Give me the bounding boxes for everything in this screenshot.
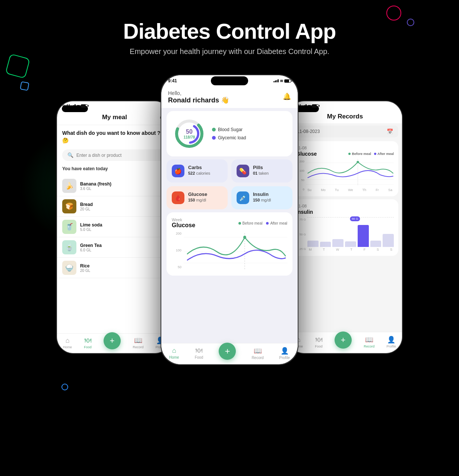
nav-record[interactable]: 📖 Record	[133, 336, 143, 349]
date-text: 11-08-2023	[297, 129, 320, 134]
insulin-days-row: M T W T F S S	[307, 248, 394, 251]
days-row: Su Mo Tu We Th Fr Sa	[306, 188, 394, 192]
chart-area	[184, 233, 287, 270]
insulin-value: 150 mg/dl	[253, 198, 271, 202]
y-200: 200	[172, 232, 181, 235]
insulin-record-card: 11-08 Insulin 75 G 50 G 25 G	[292, 199, 398, 256]
stats-grid: 🍎 Carbs 522 calories 💊 Pills 01 taken 🩸	[167, 159, 292, 209]
right-phone: 9:41 ≋ My Records 11-08-2023	[287, 101, 403, 354]
eaten-section: You have eaten today	[57, 163, 171, 176]
nav-home-label: Home	[63, 345, 72, 349]
record-icon: 📖	[254, 347, 262, 355]
nav-profile[interactable]: 👤 Profile	[279, 347, 290, 360]
food-name: Rice	[80, 263, 166, 269]
glucose-record-card: 11-08 Glucose Before meal After meal	[292, 141, 398, 196]
donut-value: 50	[184, 128, 195, 135]
left-phone: 9:41 ≋ My meal ⊕	[56, 101, 172, 354]
insulin-bars	[307, 217, 394, 247]
insulin-stat-card: 💉 Insulin 150 mg/dl	[231, 186, 292, 209]
food-list: 🍌 Banana (fresh) 3.6 GL 🍞 Bread 20 GL 🥤	[57, 176, 171, 333]
legend-glycemic: Glycemic load	[212, 135, 246, 140]
food-name: Bread	[80, 202, 166, 207]
insulin-icon: 💉	[237, 191, 249, 204]
glucose-chart-with-axis: 200 100 50 0	[296, 159, 394, 192]
blood-sugar-dot	[212, 128, 216, 131]
bar-t2	[345, 241, 356, 247]
bar-w	[332, 239, 344, 247]
profile-icon: 👤	[281, 347, 289, 355]
meal-screen: 9:41 ≋ My meal ⊕	[57, 101, 171, 353]
left-status-bar: 9:41 ≋	[57, 101, 171, 109]
insulin-title-text: Insulin	[296, 209, 313, 215]
nav-record[interactable]: 📖 Record	[364, 336, 374, 348]
svg-point-7	[243, 236, 246, 239]
after-meal-label: After meal	[270, 221, 287, 225]
nav-record-label: Record	[251, 356, 263, 360]
glucose-card: 50 118/78 Blood Sugar Glycemic load	[167, 111, 292, 156]
food-gl: 20 GL	[80, 207, 166, 211]
day-s2: S	[390, 248, 392, 251]
bar-m	[307, 241, 319, 247]
nav-add-button[interactable]: +	[104, 332, 121, 349]
nav-add-button[interactable]: +	[219, 343, 236, 360]
day-mo: Mo	[321, 188, 326, 192]
pills-card: 💊 Pills 01 taken	[231, 159, 292, 183]
chart-legend: Before meal After meal	[238, 221, 288, 225]
nav-food[interactable]: 🍽 Food	[195, 347, 203, 359]
nav-home[interactable]: ⌂ Home	[63, 337, 72, 349]
day-sa: Sa	[388, 188, 392, 192]
food-gl: 5.0 GL	[80, 228, 166, 232]
after-meal-legend: After meal	[374, 152, 394, 156]
notification-bell[interactable]: 🔔	[283, 92, 291, 101]
after-dot	[374, 153, 376, 155]
meal-question: What dish do you want to know about ? 🤔	[57, 125, 171, 147]
phones-container: 9:41 ≋ My meal ⊕	[0, 67, 459, 365]
calendar-icon[interactable]: 📅	[387, 128, 393, 134]
donut-sub: 118/78	[184, 135, 195, 139]
plus-icon: +	[341, 335, 346, 345]
food-info: Banana (fresh) 3.6 GL	[80, 181, 166, 191]
day-th: Th	[363, 188, 367, 192]
nav-profile[interactable]: 👤 Profile	[386, 336, 396, 348]
glucose-chart-title: Glucose Before meal After meal	[296, 151, 394, 157]
nav-home[interactable]: ⌂ Home	[169, 347, 179, 359]
food-name: Banana (fresh)	[80, 181, 166, 187]
before-meal-label: Before meal	[243, 221, 263, 225]
nav-food[interactable]: 🍽 Food	[315, 336, 323, 348]
chart-period: Week	[172, 218, 195, 222]
food-info: Lime soda 5.0 GL	[80, 222, 166, 232]
hero-section: Diabetes Control App Empower your health…	[0, 0, 459, 67]
insulin-chart-title: Insulin	[296, 209, 394, 215]
bar-s2	[383, 234, 394, 247]
center-screen: 9:41 ≋ Hello, Ronald richards 👋	[161, 75, 298, 364]
nav-add-button[interactable]: +	[335, 331, 352, 349]
battery-icon	[312, 104, 319, 108]
meal-title: My meal	[70, 114, 159, 121]
nav-record-label: Record	[364, 345, 374, 348]
before-label: Before meal	[352, 152, 371, 156]
left-bottom-nav: ⌂ Home 🍽 Food + 📖 Record 👤 Profile	[57, 333, 171, 353]
nav-profile-label: Profile	[279, 356, 290, 360]
insulin-tooltip: 66 G	[350, 216, 360, 221]
food-icon: 🍽	[196, 347, 202, 355]
day-t: T	[323, 248, 325, 251]
right-bottom-nav: ⌂ Home 🍽 Food + 📖 Record 👤 Profile	[288, 332, 402, 353]
meal-search-input[interactable]	[76, 153, 161, 158]
record-icon: 📖	[365, 336, 373, 344]
blood-sugar-label: Blood Sugar	[218, 127, 243, 132]
nav-record[interactable]: 📖 Record	[251, 347, 263, 360]
bar-s	[370, 241, 382, 247]
glycemic-label: Glycemic load	[218, 135, 246, 140]
svg-point-13	[357, 161, 359, 163]
before-meal-dot	[238, 222, 241, 225]
day-we: We	[348, 188, 353, 192]
carbs-label: Carbs	[188, 165, 210, 170]
nav-profile-label: Profile	[386, 345, 396, 348]
insulin-label: Insulin	[253, 191, 271, 197]
food-info: Green Tea 6.0 GL	[80, 243, 166, 252]
meal-search-bar[interactable]: 🔍	[62, 149, 166, 161]
after-meal-dot	[266, 222, 269, 225]
nav-food[interactable]: 🍽 Food	[84, 337, 92, 349]
food-info: Rice 20 GL	[80, 263, 166, 273]
day-w: W	[336, 248, 339, 251]
